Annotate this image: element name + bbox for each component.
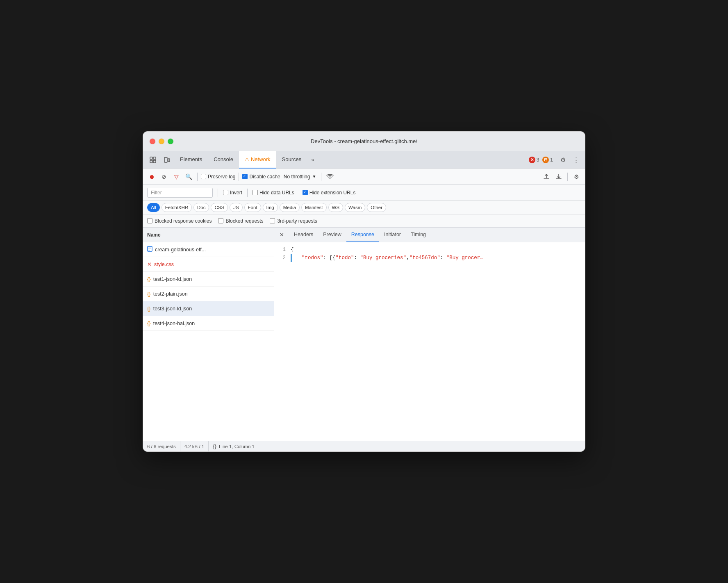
device-toolbar-icon[interactable] — [160, 153, 173, 166]
line-text: { — [291, 246, 294, 254]
disable-cache-checkbox[interactable] — [242, 174, 248, 179]
filter-bar: Invert Hide data URLs Hide extension URL… — [143, 185, 585, 200]
json-icon: {} — [147, 291, 151, 297]
file-name: test4-json-hal.json — [153, 321, 195, 326]
file-name: cream-gelatinous-eff... — [155, 247, 206, 253]
file-name: test1-json-ld.json — [153, 276, 192, 282]
tab-bar: Elements Console ⚠ Network Sources » ✕ 3… — [143, 151, 585, 169]
file-list-header: Name — [143, 228, 274, 242]
tab-preview[interactable]: Preview — [318, 228, 346, 242]
preserve-log-label[interactable]: Preserve log — [201, 174, 235, 180]
clear-button[interactable]: ⊘ — [159, 171, 169, 182]
svg-rect-5 — [168, 159, 170, 162]
blocked-cookies-checkbox[interactable] — [147, 218, 152, 223]
svg-rect-4 — [164, 157, 167, 162]
type-filter-ws[interactable]: WS — [328, 203, 344, 212]
type-filter-css[interactable]: CSS — [211, 203, 228, 212]
window-title: DevTools - cream-gelatinous-effect.glitc… — [311, 138, 417, 144]
filter-button[interactable]: ▽ — [171, 171, 182, 182]
settings-button[interactable]: ⚙ — [557, 154, 569, 166]
json-icon: {} — [147, 305, 151, 312]
search-button[interactable]: 🔍 — [183, 171, 194, 182]
title-bar: DevTools - cream-gelatinous-effect.glitc… — [143, 132, 585, 151]
tab-headers[interactable]: Headers — [289, 228, 318, 242]
record-button[interactable]: ⏺ — [146, 171, 157, 182]
type-filter-font[interactable]: Font — [244, 203, 261, 212]
type-filter-all[interactable]: All — [147, 203, 160, 212]
third-party-option[interactable]: 3rd-party requests — [270, 218, 317, 224]
tab-initiator[interactable]: Initiator — [379, 228, 406, 242]
type-filter-doc[interactable]: Doc — [193, 203, 209, 212]
close-button[interactable] — [150, 139, 155, 144]
hide-data-urls-checkbox[interactable] — [253, 190, 258, 195]
status-bar: 6 / 8 requests 4.2 kB / 1 {} Line 1, Col… — [143, 441, 585, 451]
code-line: 1 { — [274, 246, 585, 254]
blocked-cookies-option[interactable]: Blocked response cookies — [147, 218, 212, 224]
maximize-button[interactable] — [168, 139, 173, 144]
third-party-checkbox[interactable] — [270, 218, 275, 223]
tab-sources[interactable]: Sources — [276, 151, 307, 169]
status-requests: 6 / 8 requests — [147, 441, 180, 451]
download-icon[interactable] — [553, 171, 564, 182]
hide-data-urls-option[interactable]: Hide data URLs — [253, 190, 294, 196]
tab-network[interactable]: ⚠ Network — [239, 151, 276, 169]
hide-extension-urls-option[interactable]: Hide extension URLs — [303, 190, 356, 196]
tab-elements[interactable]: Elements — [174, 151, 208, 169]
tab-console[interactable]: Console — [208, 151, 239, 169]
blocked-requests-checkbox[interactable] — [218, 218, 223, 223]
upload-icon[interactable] — [541, 171, 552, 182]
type-filter-img[interactable]: Img — [263, 203, 278, 212]
response-panel: ✕ Headers Preview Response Initiator Tim… — [274, 228, 585, 441]
status-size: 4.2 kB / 1 — [180, 441, 209, 451]
wifi-icon[interactable] — [325, 171, 335, 182]
error-badge-red: ✕ 3 — [529, 157, 539, 163]
svg-rect-3 — [153, 160, 156, 163]
list-item[interactable]: cream-gelatinous-eff... — [143, 242, 274, 257]
hide-extension-urls-checkbox[interactable] — [303, 190, 308, 195]
list-item[interactable]: ✕ style.css — [143, 257, 274, 272]
tab-bar-right: ✕ 3 ⊟ 1 ⚙ ⋮ — [529, 154, 582, 166]
type-filter-fetch-xhr[interactable]: Fetch/XHR — [162, 203, 192, 212]
filter-divider-2 — [247, 189, 248, 197]
tab-response[interactable]: Response — [346, 228, 379, 242]
code-line: 2 "todos": [{"todo": "Buy groceries","to… — [274, 254, 585, 262]
json-icon: {} — [147, 320, 151, 326]
more-tabs-button[interactable]: » — [307, 151, 318, 169]
preserve-log-checkbox[interactable] — [201, 174, 206, 179]
filter-input[interactable] — [147, 188, 213, 198]
error-icon: ✕ — [147, 261, 152, 267]
tab-timing[interactable]: Timing — [406, 228, 431, 242]
invert-checkbox[interactable] — [223, 190, 228, 195]
invert-option[interactable]: Invert — [223, 190, 242, 196]
throttle-selector[interactable]: No throttling ▼ — [282, 173, 318, 180]
line-number: 2 — [274, 254, 291, 262]
file-list-panel: Name cream-gelatinous-eff... ✕ style.css — [143, 228, 274, 441]
type-filter-js[interactable]: JS — [230, 203, 242, 212]
error-badge-orange: ⊟ 1 — [542, 157, 553, 163]
status-format: {} Line 1, Column 1 — [209, 441, 259, 451]
close-panel-button[interactable]: ✕ — [276, 229, 287, 241]
list-item[interactable]: {} test2-plain.json — [143, 287, 274, 301]
type-filter-media[interactable]: Media — [280, 203, 300, 212]
list-item[interactable]: {} test1-json-ld.json — [143, 272, 274, 287]
blocked-requests-option[interactable]: Blocked requests — [218, 218, 263, 224]
select-element-icon[interactable] — [146, 153, 159, 166]
line-gutter — [291, 254, 292, 262]
list-item[interactable]: {} test3-json-ld.json — [143, 301, 274, 316]
minimize-button[interactable] — [159, 139, 164, 144]
network-toolbar: ⏺ ⊘ ▽ 🔍 Preserve log Disable cache No th… — [143, 169, 585, 185]
type-filter-manifest[interactable]: Manifest — [301, 203, 326, 212]
svg-rect-2 — [150, 160, 152, 163]
toolbar-divider-4 — [567, 173, 568, 181]
list-item[interactable]: {} test4-json-hal.json — [143, 316, 274, 331]
warning-badge-icon: ⊟ — [542, 157, 549, 163]
network-settings-icon[interactable]: ⚙ — [571, 171, 582, 182]
devtools-window: DevTools - cream-gelatinous-effect.glitc… — [143, 131, 585, 452]
line-text: "todos": [{"todo": "Buy groceries","to45… — [296, 254, 483, 262]
type-filter-wasm[interactable]: Wasm — [345, 203, 365, 212]
type-filter-other[interactable]: Other — [367, 203, 386, 212]
disable-cache-label[interactable]: Disable cache — [242, 174, 280, 180]
file-name: test2-plain.json — [153, 291, 188, 297]
more-options-button[interactable]: ⋮ — [570, 154, 582, 166]
warning-icon: ⚠ — [245, 157, 249, 162]
